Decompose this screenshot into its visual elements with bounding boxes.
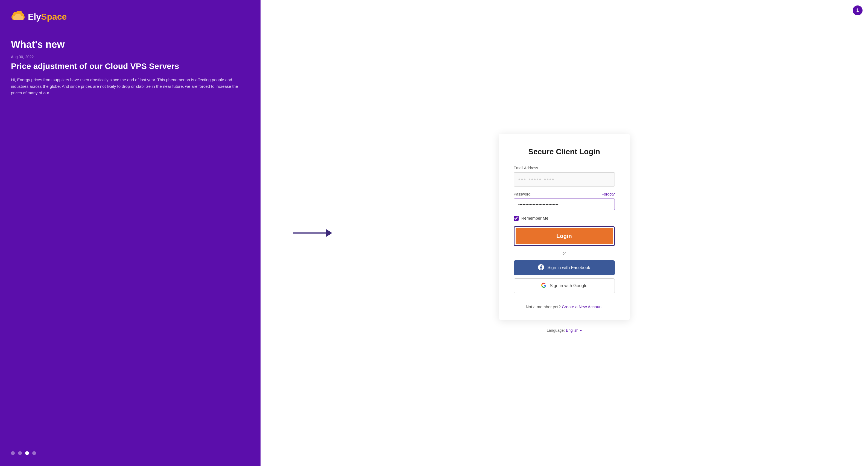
dot-3[interactable]: [25, 451, 29, 455]
password-input[interactable]: [514, 198, 615, 210]
forgot-link[interactable]: Forgot?: [602, 192, 615, 196]
email-input[interactable]: [514, 172, 615, 187]
password-label-row: Password Forgot?: [514, 192, 615, 196]
facebook-btn-label: Sign in with Facebook: [547, 265, 590, 270]
no-account-row: Not a member yet? Create a New Account: [514, 304, 615, 309]
news-date: Aug 30, 2022: [11, 55, 250, 59]
or-divider: or: [514, 251, 615, 255]
remember-row: Remember Me: [514, 216, 615, 221]
google-icon: [541, 282, 547, 289]
google-btn-label: Sign in with Google: [550, 283, 588, 288]
dot-4[interactable]: [32, 451, 36, 455]
logo-icon: [11, 11, 25, 23]
no-account-text: Not a member yet?: [526, 304, 561, 309]
password-label: Password: [514, 192, 530, 196]
news-title: Price adjustment of our Cloud VPS Server…: [11, 61, 250, 71]
login-button[interactable]: Login: [516, 228, 613, 244]
login-btn-wrapper: Login: [514, 226, 615, 246]
language-selector[interactable]: English: [566, 328, 579, 333]
divider-line: [514, 299, 615, 299]
dot-2[interactable]: [18, 451, 22, 455]
whats-new-label: What's new: [11, 39, 250, 50]
language-chevron-icon[interactable]: ▾: [580, 329, 582, 333]
logo-text-ely: Ely: [28, 12, 41, 22]
arrow-head: [326, 229, 332, 237]
left-panel: ElySpace What's new Aug 30, 2022 Price a…: [0, 0, 260, 466]
news-body: Hi, Energy prices from suppliers have ri…: [11, 76, 250, 96]
right-panel: 1 Secure Client Login Email Address Pass…: [260, 0, 868, 466]
facebook-icon: [538, 264, 544, 271]
create-account-link[interactable]: Create a New Account: [562, 304, 602, 309]
dot-1[interactable]: [11, 451, 15, 455]
email-label: Email Address: [514, 166, 615, 170]
password-group: Password Forgot?: [514, 192, 615, 210]
remember-checkbox[interactable]: [514, 216, 519, 221]
language-row: Language: English ▾: [547, 328, 582, 333]
logo-text-space: Space: [41, 12, 67, 22]
facebook-signin-button[interactable]: Sign in with Facebook: [514, 260, 615, 275]
logo-area: ElySpace: [11, 11, 250, 23]
email-group: Email Address: [514, 166, 615, 187]
dots-indicator: [11, 451, 250, 455]
google-signin-button[interactable]: Sign in with Google: [514, 278, 615, 293]
login-card: Secure Client Login Email Address Passwo…: [499, 134, 630, 320]
remember-label: Remember Me: [521, 216, 549, 220]
language-label: Language:: [547, 328, 565, 333]
arrow-indicator: [293, 229, 332, 237]
notification-badge[interactable]: 1: [853, 5, 863, 15]
arrow-line: [293, 232, 326, 234]
login-title: Secure Client Login: [514, 147, 615, 156]
